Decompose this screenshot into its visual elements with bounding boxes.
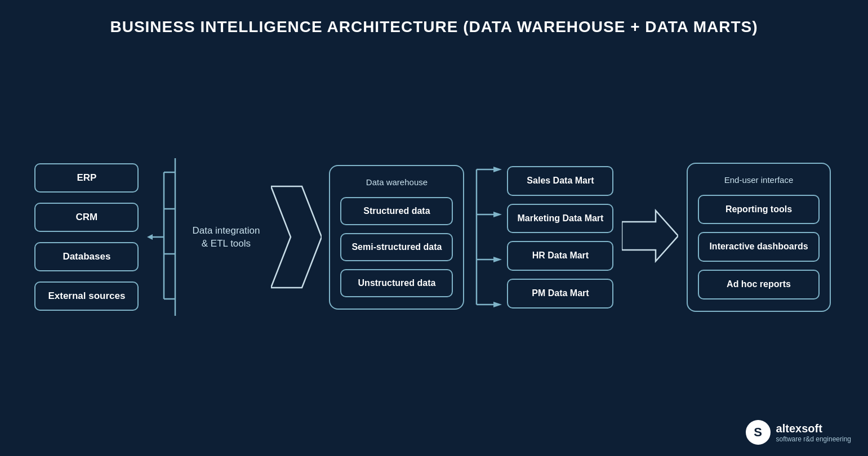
warehouse-label: Data warehouse xyxy=(340,177,453,187)
source-erp: ERP xyxy=(34,163,139,193)
svg-marker-7 xyxy=(147,234,153,240)
diagram-container: ERP CRM Databases External sources Data … xyxy=(0,48,868,426)
marts-to-enduser-arrow xyxy=(622,208,678,266)
warehouse-structured: Structured data xyxy=(340,197,453,225)
warehouse-box: Data warehouse Structured data Semi-stru… xyxy=(329,165,464,310)
enduser-label: End-user interface xyxy=(698,175,819,185)
mart-marketing: Marketing Data Mart xyxy=(507,204,613,234)
svg-marker-16 xyxy=(493,257,502,262)
logo-text: altexsoft software r&d engineering xyxy=(776,422,851,443)
svg-marker-15 xyxy=(493,212,502,217)
warehouse-unstructured: Unstructured data xyxy=(340,269,453,297)
logo: S altexsoft software r&d engineering xyxy=(746,420,851,445)
page-title: BUSINESS INTELLIGENCE ARCHITECTURE (DATA… xyxy=(0,0,868,48)
logo-sub: software r&d engineering xyxy=(776,435,851,443)
mart-hr: HR Data Mart xyxy=(507,241,613,271)
etl-to-warehouse-arrow xyxy=(271,175,322,299)
source-crm: CRM xyxy=(34,203,139,232)
source-databases: Databases xyxy=(34,242,139,271)
bracket-connector xyxy=(147,141,181,333)
svg-marker-18 xyxy=(622,211,678,261)
sources-column: ERP CRM Databases External sources xyxy=(34,163,139,311)
enduser-adhoc: Ad hoc reports xyxy=(698,270,819,299)
warehouse-marts-connector xyxy=(471,147,502,327)
enduser-dashboards: Interactive dashboards xyxy=(698,232,819,262)
svg-marker-17 xyxy=(493,302,502,307)
logo-name: altexsoft xyxy=(776,422,851,435)
svg-marker-8 xyxy=(271,186,322,288)
source-external: External sources xyxy=(34,281,139,311)
enduser-reporting: Reporting tools xyxy=(698,195,819,225)
etl-label: Data integration & ETL tools xyxy=(189,224,262,251)
logo-icon: S xyxy=(746,420,771,445)
marts-column: Sales Data Mart Marketing Data Mart HR D… xyxy=(507,166,613,309)
svg-marker-14 xyxy=(493,167,502,172)
mart-sales: Sales Data Mart xyxy=(507,166,613,196)
mart-pm: PM Data Mart xyxy=(507,279,613,309)
warehouse-semistructured: Semi-structured data xyxy=(340,233,453,261)
enduser-box: End-user interface Reporting tools Inter… xyxy=(687,163,830,312)
